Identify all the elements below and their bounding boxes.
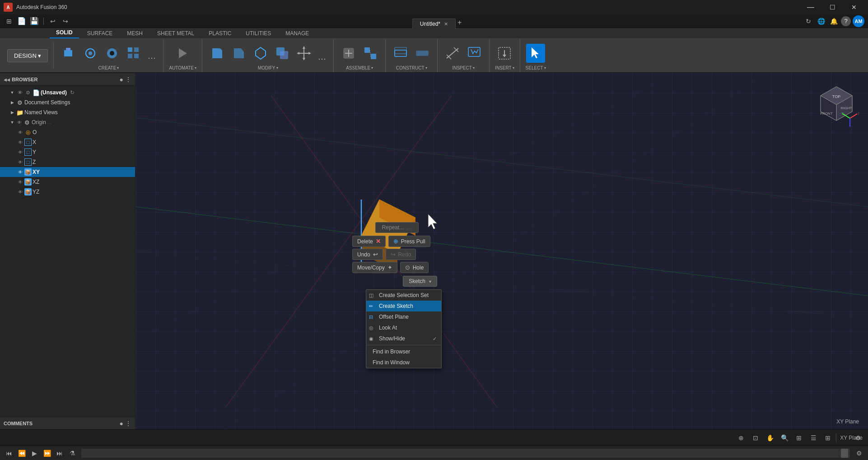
menu-item-offset-plane[interactable]: ⊟ Offset Plane [366, 311, 441, 322]
ribbon-btn-insert[interactable] [495, 44, 514, 63]
undo-icon[interactable]: ↩ [47, 16, 58, 27]
tab-solid[interactable]: SOLID [50, 28, 79, 38]
comments-settings-icon[interactable]: ● [120, 420, 123, 427]
delete-btn[interactable]: Delete ✕ [352, 236, 386, 247]
ribbon-btn-automate[interactable] [173, 44, 192, 63]
tree-collapse-unsaved[interactable]: ▼ [9, 89, 15, 96]
tree-item-O[interactable]: 👁 ◎ O [0, 127, 135, 137]
redo-icon[interactable]: ↪ [60, 16, 71, 27]
view-mode-icon[interactable]: ⊞ [793, 432, 805, 444]
menu-item-create-selection-set[interactable]: ◫ Create Selection Set [366, 290, 441, 301]
tree-item-Y[interactable]: 👁 □ Y [0, 147, 135, 157]
save-icon[interactable]: 💾 [29, 16, 40, 27]
tree-item-XZ[interactable]: 👁 📦 XZ [0, 177, 135, 187]
refresh-icon[interactable]: ↻ [69, 89, 76, 96]
redo-btn[interactable]: ↪ Redo [386, 249, 416, 260]
nav-play-btn[interactable]: ▶ [29, 448, 40, 459]
eye-X[interactable]: 👁 [17, 139, 23, 145]
menu-item-create-sketch[interactable]: ✏ Create Sketch [366, 301, 441, 311]
ribbon-btn-combine[interactable] [273, 44, 292, 63]
eye-O[interactable]: 👁 [17, 129, 23, 135]
filter-btn[interactable]: ⚗ [67, 448, 78, 459]
move-copy-btn[interactable]: Move/Copy ✦ [352, 262, 397, 273]
design-dropdown-btn[interactable]: DESIGN ▾ [7, 49, 48, 62]
ribbon-btn-select[interactable] [526, 44, 545, 63]
snap-icon[interactable]: ⊕ [735, 432, 747, 444]
help-icon[interactable]: ? [841, 16, 851, 26]
nav-last-btn[interactable]: ⏭ [54, 448, 65, 459]
comments-resize-icon[interactable]: ⋮ [125, 420, 131, 427]
tree-item-named-views[interactable]: ▶ 📁 Named Views [0, 107, 135, 117]
ribbon-btn-new-component[interactable] [339, 44, 358, 63]
zoom-icon[interactable]: 🔍 [778, 432, 791, 444]
undo-btn[interactable]: Undo ↩ [352, 249, 383, 260]
close-btn[interactable]: ✕ [844, 0, 864, 14]
nav-next-btn[interactable]: ⏩ [42, 448, 52, 459]
display-icon[interactable]: ⊡ [749, 432, 762, 444]
eye-XY[interactable]: 👁 [17, 169, 23, 175]
tab-surface[interactable]: SURFACE [81, 28, 119, 38]
tree-item-unsaved[interactable]: ▼ 👁 ⚙ 📄 (Unsaved) ↻ [0, 88, 135, 98]
hole-btn[interactable]: ⊙ Hole [400, 262, 429, 273]
maximize-btn[interactable]: ☐ [822, 0, 843, 14]
minimize-btn[interactable]: — [800, 0, 821, 14]
tree-item-YZ[interactable]: 👁 📦 YZ [0, 187, 135, 197]
timeline-settings-icon[interactable]: ⚙ [854, 448, 864, 459]
grid-icon[interactable]: ⊞ [4, 16, 14, 27]
tab-mesh[interactable]: MESH [121, 28, 149, 38]
ribbon-btn-extrude[interactable] [59, 44, 78, 63]
ribbon-btn-revolve[interactable] [81, 44, 100, 63]
visibility-icon[interactable]: 👁 [16, 89, 23, 96]
ribbon-btn-shell[interactable] [251, 44, 270, 63]
tab-manage[interactable]: MANAGE [279, 28, 315, 38]
statusbar-gear-right[interactable]: ⚙ [852, 432, 864, 444]
tree-item-XY[interactable]: 👁 📦 XY [0, 167, 135, 177]
gear-icon[interactable]: ⚙ [24, 89, 32, 96]
globe-icon[interactable]: 🌐 [816, 16, 826, 27]
menu-item-look-at[interactable]: ◎ Look At [366, 322, 441, 333]
eye-origin[interactable]: 👁 [16, 119, 23, 125]
tree-item-origin[interactable]: ▼ 👁 ⚙ Origin … [0, 117, 135, 127]
eye-XZ[interactable]: 👁 [17, 179, 23, 185]
ribbon-btn-chamfer[interactable] [229, 44, 248, 63]
ribbon-btn-offset-plane[interactable] [391, 44, 410, 63]
ribbon-btn-display-settings[interactable] [465, 44, 484, 63]
browser-back-btn[interactable]: ◂◂ [4, 76, 10, 83]
ribbon-btn-measure[interactable] [443, 44, 462, 63]
tree-item-X[interactable]: 👁 □ X [0, 137, 135, 147]
ribbon-btn-move[interactable] [294, 44, 313, 63]
ribbon-btn-joint[interactable] [361, 44, 380, 63]
tree-collapse-doc[interactable]: ▶ [9, 99, 15, 106]
nav-prev-btn[interactable]: ⏪ [16, 448, 27, 459]
viewport[interactable]: Repeat... … Delete ✕ ⊕ Press Pull Undo [135, 73, 868, 429]
browser-settings-icon[interactable]: ● [120, 76, 123, 83]
browser-resize-icon[interactable]: ⋮ [125, 76, 131, 83]
tab-plastic[interactable]: PLASTIC [202, 28, 238, 38]
timeline-track[interactable] [81, 449, 850, 458]
tab-sheetmetal[interactable]: SHEET METAL [151, 28, 201, 38]
settings-statusbar-icon[interactable]: ⊞ [821, 432, 834, 444]
nav-cube[interactable]: TOP RIGHT FRONT X Y Z [814, 82, 859, 127]
close-tab-btn[interactable]: ✕ [444, 21, 448, 27]
ribbon-btn-midplane[interactable] [413, 44, 432, 63]
eye-Y[interactable]: 👁 [17, 149, 23, 155]
menu-item-show-hide[interactable]: ◉ Show/Hide ✓ [366, 333, 441, 344]
avatar-icon[interactable]: AM [853, 15, 864, 27]
notification-icon[interactable]: 🔔 [828, 16, 839, 27]
ribbon-btn-pattern[interactable] [124, 44, 143, 63]
sketch-dropdown-btn[interactable]: Sketch ▾ [403, 276, 437, 287]
tree-item-Z[interactable]: 👁 □ Z [0, 157, 135, 167]
ribbon-btn-modify-more[interactable]: ⋯ [316, 52, 328, 65]
tree-collapse-named-views[interactable]: ▶ [9, 109, 15, 116]
tree-item-doc-settings[interactable]: ▶ ⚙ Document Settings [0, 98, 135, 107]
ribbon-btn-fillet[interactable] [208, 44, 227, 63]
refresh-icon[interactable]: ↻ [803, 16, 814, 27]
eye-Z[interactable]: 👁 [17, 159, 23, 165]
ribbon-btn-hole[interactable] [103, 44, 121, 63]
add-tab-btn[interactable]: + [457, 19, 462, 27]
pan-icon[interactable]: ✋ [764, 432, 776, 444]
repeat-btn[interactable]: Repeat... … [375, 222, 419, 233]
eye-YZ[interactable]: 👁 [17, 189, 23, 195]
menu-item-find-window[interactable]: Find in Window [366, 357, 441, 368]
ribbon-btn-create-more[interactable]: ⋯ [146, 42, 158, 65]
